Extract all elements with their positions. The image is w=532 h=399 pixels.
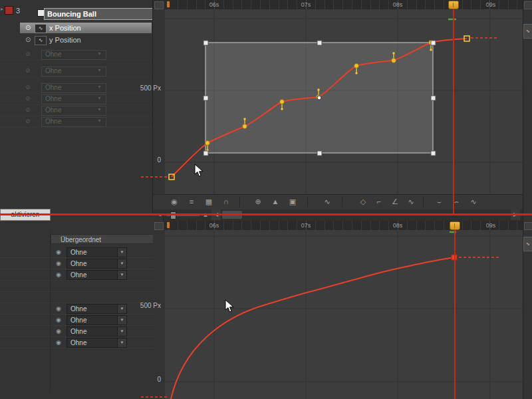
- chevron-down-icon: ▼: [97, 51, 102, 56]
- playhead-line-top[interactable]: [453, 7, 454, 213]
- eye-icon[interactable]: ◉: [56, 249, 61, 255]
- marker-well[interactable]: [154, 222, 164, 230]
- eye-icon[interactable]: ◉: [56, 317, 61, 323]
- graph-set-icon[interactable]: ∿: [523, 24, 532, 39]
- keyframe-dot[interactable]: [243, 124, 247, 129]
- eye-icon[interactable]: ◉: [56, 305, 61, 312]
- red-divider-line: [0, 213, 532, 215]
- layer-color-chip[interactable]: [5, 6, 13, 15]
- layer-panel-top: ▸ 3 Bouncing Ball ⊙ ∿ x Position ⊙ ∿ y P…: [0, 0, 153, 213]
- dim-option-row: ⊘ Ohne ▼: [0, 116, 153, 128]
- graph-editor-toolbar: ◉ ≡ ▦ ∩ ⊕ ▲ ▣ ∿ ◇ ⌐ ∠ ∿ ⌣ ⌢ ∿: [153, 194, 532, 210]
- time-ruler-top[interactable]: 06s 07s 08s 09s: [165, 0, 523, 10]
- chevron-down-icon[interactable]: ▼: [117, 316, 126, 325]
- circle-icon: ⊘: [25, 106, 31, 113]
- show-properties-icon[interactable]: ◉: [167, 198, 182, 206]
- eye-icon[interactable]: ◉: [56, 260, 61, 267]
- eye-icon[interactable]: ◉: [56, 328, 61, 334]
- parent-dropdown[interactable]: Ohne ▼: [66, 304, 127, 314]
- hold-icon[interactable]: ⌐: [372, 198, 386, 205]
- fit-selection-icon[interactable]: ▲: [268, 198, 283, 205]
- chevron-down-icon[interactable]: ▼: [117, 271, 126, 279]
- layer-name-field[interactable]: Bouncing Ball: [44, 8, 153, 20]
- keyframe-dot[interactable]: [205, 141, 210, 146]
- keyframe-icon[interactable]: ◇: [356, 198, 370, 206]
- graph-toggle-icon[interactable]: ∿: [35, 24, 47, 33]
- linear-icon[interactable]: ∠: [388, 198, 402, 206]
- dropdown-value: Ohne: [45, 84, 61, 91]
- marker-button[interactable]: [524, 1, 532, 9]
- parent-dropdown[interactable]: Ohne ▼: [66, 270, 127, 280]
- chevron-down-icon: ▼: [97, 68, 102, 72]
- property-label: y Position: [49, 36, 81, 44]
- wiggle-icon[interactable]: ∿: [320, 198, 334, 206]
- parent-column-header[interactable]: Übergeordnet: [51, 234, 154, 244]
- parent-dropdown[interactable]: Ohne ▼: [66, 259, 127, 269]
- ruler-label: 06s: [206, 1, 222, 8]
- chevron-down-icon: ▼: [97, 96, 102, 100]
- ruler-label: 07s: [298, 1, 314, 8]
- ruler-label: 06s: [206, 222, 222, 229]
- dropdown-value: Ohne: [70, 339, 86, 346]
- dropdown-value: Ohne: [45, 106, 61, 114]
- playhead-line-bottom[interactable]: [454, 228, 456, 399]
- snap-icon[interactable]: ∩: [219, 198, 233, 205]
- fit-all-icon[interactable]: ▣: [285, 198, 300, 206]
- property-row-x-position[interactable]: ⊙ ∿ x Position: [20, 23, 152, 33]
- toolbar-separator: [307, 197, 308, 207]
- keyframe-dot[interactable]: [354, 64, 359, 68]
- work-area-tick: [167, 222, 170, 228]
- mouse-cursor: [225, 299, 235, 314]
- ease-in-icon[interactable]: ⌢: [449, 198, 464, 206]
- dropdown-value: Ohne: [70, 249, 86, 256]
- toolbar-separator: [342, 197, 342, 207]
- graph-type-icon[interactable]: ≡: [184, 198, 199, 205]
- zoom-slider-handle[interactable]: [170, 211, 176, 219]
- eye-icon[interactable]: ◉: [56, 271, 61, 278]
- eye-icon[interactable]: ◉: [56, 339, 61, 346]
- bezier-icon[interactable]: ∿: [404, 198, 418, 206]
- layer-index: 3: [16, 7, 20, 15]
- marker-button[interactable]: [524, 222, 532, 230]
- graph-canvas-bottom: [140, 230, 532, 399]
- stopwatch-icon[interactable]: ⊙: [25, 24, 31, 31]
- chevron-down-icon[interactable]: ▼: [117, 248, 126, 257]
- graph-toggle-icon[interactable]: ∿: [35, 36, 47, 45]
- graph-set-icon[interactable]: ∿: [523, 237, 532, 251]
- easy-ease-icon[interactable]: ⌣: [432, 198, 446, 206]
- auto-zoom-icon[interactable]: ⊕: [251, 198, 265, 206]
- playhead-head-bottom[interactable]: [450, 221, 460, 230]
- value-curve[interactable]: [170, 257, 454, 399]
- parent-dropdown[interactable]: Ohne ▼: [66, 327, 127, 336]
- parent-dropdown[interactable]: Ohne ▼: [66, 338, 127, 348]
- chevron-down-icon[interactable]: ▼: [117, 338, 126, 347]
- keyframe-dot[interactable]: [392, 59, 396, 63]
- dropdown-value: Ohne: [70, 260, 86, 267]
- twirl-icon[interactable]: ▸: [1, 6, 3, 12]
- dropdown-value: Ohne: [70, 317, 86, 324]
- dropdown-value: Ohne: [45, 118, 61, 125]
- selection-anchor[interactable]: [317, 96, 321, 100]
- gridlines: [165, 230, 523, 399]
- keyframe-dot[interactable]: [280, 100, 285, 104]
- marker-well[interactable]: [154, 1, 164, 9]
- time-ruler-bottom[interactable]: 06s 07s 08s 09s: [165, 221, 523, 231]
- work-area-tick: [167, 1, 170, 7]
- parent-dropdown[interactable]: Ohne ▼: [66, 247, 127, 257]
- chevron-down-icon: ▼: [97, 107, 102, 112]
- dim-option-row: ⊘ Ohne ▼: [0, 94, 153, 105]
- stopwatch-icon[interactable]: ⊙: [25, 36, 31, 43]
- chevron-down-icon[interactable]: ▼: [117, 327, 126, 336]
- dropdown-value: Ohne: [45, 95, 61, 102]
- property-row-y-position[interactable]: ⊙ ∿ y Position: [20, 35, 152, 45]
- circle-icon: ⊘: [25, 67, 31, 74]
- playhead-head-top[interactable]: [448, 1, 459, 9]
- column-divider: [50, 233, 51, 392]
- ease-out-icon[interactable]: ∿: [466, 198, 481, 206]
- chevron-down-icon: ▼: [97, 84, 102, 89]
- chevron-down-icon[interactable]: ▼: [117, 259, 126, 268]
- property-label: x Position: [49, 24, 81, 32]
- parent-dropdown[interactable]: Ohne ▼: [66, 315, 127, 325]
- transform-box-icon[interactable]: ▦: [201, 198, 216, 206]
- circle-icon: ⊘: [25, 51, 31, 57]
